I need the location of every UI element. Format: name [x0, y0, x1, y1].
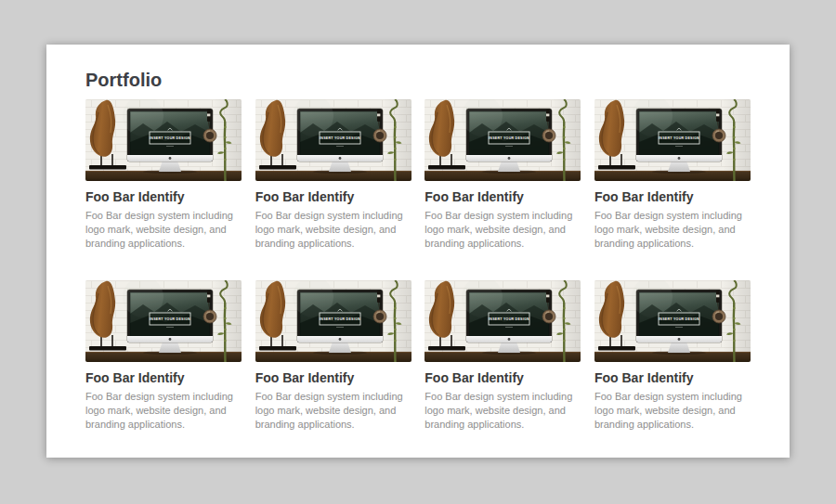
imac-mockup-image	[255, 280, 411, 362]
imac-mockup-image	[594, 280, 751, 362]
imac-mockup-image	[594, 99, 751, 181]
portfolio-item-title: Foo Bar Identify	[255, 189, 411, 205]
portfolio-item-description: Foo Bar design system including logo mar…	[425, 209, 581, 251]
portfolio-panel: Portfolio Foo Bar Identify Foo Bar desig…	[46, 45, 790, 458]
portfolio-item-title: Foo Bar Identify	[255, 370, 411, 386]
portfolio-card[interactable]: Foo Bar Identify Foo Bar design system i…	[594, 99, 751, 251]
imac-mockup-image	[255, 99, 411, 181]
portfolio-card[interactable]: Foo Bar Identify Foo Bar design system i…	[255, 99, 411, 251]
portfolio-item-description: Foo Bar design system including logo mar…	[425, 390, 581, 432]
portfolio-item-description: Foo Bar design system including logo mar…	[594, 209, 751, 251]
imac-mockup-image	[85, 280, 242, 362]
portfolio-thumbnail[interactable]	[255, 280, 411, 362]
portfolio-item-description: Foo Bar design system including logo mar…	[255, 390, 411, 432]
portfolio-item-description: Foo Bar design system including logo mar…	[85, 209, 242, 251]
page-title: Portfolio	[85, 69, 751, 91]
portfolio-thumbnail[interactable]	[255, 99, 411, 181]
portfolio-item-description: Foo Bar design system including logo mar…	[594, 390, 751, 432]
portfolio-item-description: Foo Bar design system including logo mar…	[85, 390, 242, 432]
portfolio-thumbnail[interactable]	[85, 280, 242, 362]
portfolio-grid: Foo Bar Identify Foo Bar design system i…	[85, 99, 751, 432]
portfolio-item-title: Foo Bar Identify	[594, 370, 751, 386]
portfolio-thumbnail[interactable]	[425, 280, 581, 362]
portfolio-card[interactable]: Foo Bar Identify Foo Bar design system i…	[594, 280, 751, 432]
portfolio-card[interactable]: Foo Bar Identify Foo Bar design system i…	[85, 99, 242, 251]
imac-mockup-image	[85, 99, 242, 181]
portfolio-item-title: Foo Bar Identify	[85, 370, 242, 386]
portfolio-card[interactable]: Foo Bar Identify Foo Bar design system i…	[425, 99, 581, 251]
imac-mockup-image	[425, 99, 581, 181]
portfolio-card[interactable]: Foo Bar Identify Foo Bar design system i…	[425, 280, 581, 432]
portfolio-thumbnail[interactable]	[594, 99, 751, 181]
portfolio-item-title: Foo Bar Identify	[594, 189, 751, 205]
portfolio-thumbnail[interactable]	[594, 280, 751, 362]
portfolio-item-title: Foo Bar Identify	[425, 189, 581, 205]
portfolio-thumbnail[interactable]	[85, 99, 242, 181]
portfolio-card[interactable]: Foo Bar Identify Foo Bar design system i…	[85, 280, 242, 432]
portfolio-item-title: Foo Bar Identify	[425, 370, 581, 386]
portfolio-card[interactable]: Foo Bar Identify Foo Bar design system i…	[255, 280, 411, 432]
portfolio-thumbnail[interactable]	[425, 99, 581, 181]
portfolio-item-description: Foo Bar design system including logo mar…	[255, 209, 411, 251]
imac-mockup-image	[425, 280, 581, 362]
portfolio-item-title: Foo Bar Identify	[85, 189, 242, 205]
